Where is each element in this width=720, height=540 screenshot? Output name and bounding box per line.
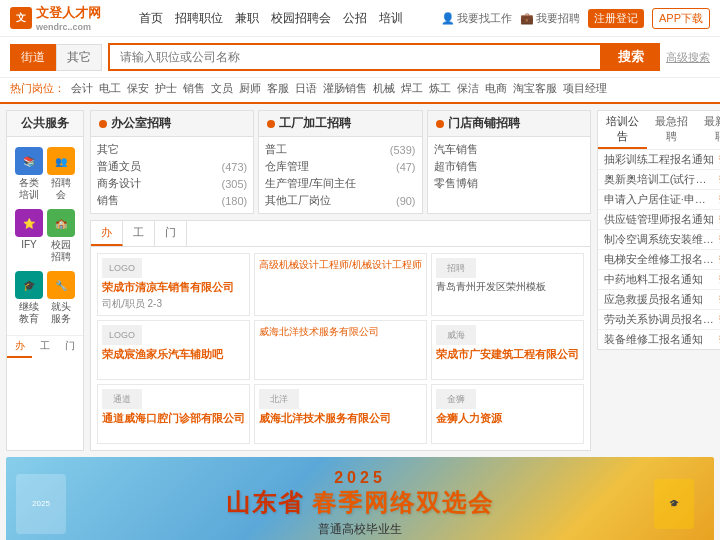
job-name[interactable]: 销售	[97, 193, 119, 208]
hot-tag-5[interactable]: 销售	[183, 81, 205, 96]
tab-latest-jobs[interactable]: 最新招聘	[696, 111, 720, 149]
job-name[interactable]: 零售博销	[434, 176, 478, 191]
listing-card[interactable]: 北洋 威海北洋技术服务有限公司	[254, 384, 427, 444]
logo[interactable]: 文 文登人才网 wendrc..com	[10, 4, 101, 32]
banner-title: 山东省 春季网络双选会	[26, 487, 694, 519]
hot-tag-14[interactable]: 保洁	[457, 81, 479, 96]
listing-card[interactable]: 招聘 青岛青州开发区荣州模板	[431, 253, 584, 316]
training-text[interactable]: 供应链管理师报名通知	[604, 212, 715, 227]
training-text[interactable]: 劳动关系协调员报名通知	[604, 312, 715, 327]
job-name[interactable]: 其他工厂岗位	[265, 193, 331, 208]
listing-grid: LOGO 荣成市清凉车销售有限公司 司机/职员 2-3 高级机械设计工程师/机械…	[91, 247, 590, 450]
training-text[interactable]: 申请入户居住证·申请…	[604, 192, 715, 207]
register-btn[interactable]: 注册登记	[588, 9, 644, 28]
advanced-search-link[interactable]: 高级搜索	[666, 50, 710, 65]
service-icon: 🔧	[47, 271, 75, 299]
ps-item-fair[interactable]: 👥 招聘会	[45, 143, 77, 205]
training-header-tabs: 培训公告 最急招聘 最新招聘	[598, 111, 720, 150]
job-name[interactable]: 普通文员	[97, 159, 141, 174]
ps-item-service[interactable]: 🔧 就头服务	[45, 267, 77, 329]
nav-jobs[interactable]: 招聘职位	[175, 10, 223, 27]
nav-home[interactable]: 首页	[139, 10, 163, 27]
hot-tag-3[interactable]: 保安	[127, 81, 149, 96]
job-name[interactable]: 其它	[97, 142, 119, 157]
nav-public[interactable]: 公招	[343, 10, 367, 27]
ps-label-training: 各类培训	[15, 177, 43, 201]
job-name[interactable]: 汽车销售	[434, 142, 478, 157]
job-name[interactable]: 生产管理/车间主任	[265, 176, 356, 191]
listing-card[interactable]: LOGO 荣成市清凉车销售有限公司 司机/职员 2-3	[97, 253, 250, 316]
hot-tag-17[interactable]: 项目经理	[563, 81, 607, 96]
shop-job-list: 汽车销售 超市销售 零售博销	[428, 137, 590, 196]
training-text[interactable]: 抽彩训练工程报名通知	[604, 152, 715, 167]
cat-shop[interactable]: 门	[58, 336, 83, 358]
training-text[interactable]: 电梯安全维修工报名通知	[604, 252, 715, 267]
ps-item-campus[interactable]: 🏫 校园招聘	[45, 205, 77, 267]
hot-tag-15[interactable]: 电商	[485, 81, 507, 96]
factory-job-list: 普工 (539) 仓库管理 (47) 生产管理/车间主任 其他工厂岗位 (90)	[259, 137, 421, 213]
find-job-btn[interactable]: 👤 我要找工作	[441, 11, 512, 26]
listing-card[interactable]: 高级机械设计工程师/机械设计工程师	[254, 253, 427, 316]
tab-latest-recruit[interactable]: 最急招聘	[647, 111, 696, 149]
hot-tag-13[interactable]: 炼工	[429, 81, 451, 96]
hot-tag-8[interactable]: 客服	[267, 81, 289, 96]
listing-tab-factory[interactable]: 工	[123, 221, 155, 246]
job-name[interactable]: 超市销售	[434, 159, 478, 174]
search-input-wrap: 搜索	[108, 43, 660, 71]
app-btn[interactable]: APP下载	[652, 8, 710, 29]
tab-training-ad[interactable]: 培训公告	[598, 111, 647, 149]
training-item: 奥新奥培训工(试行… 报名	[598, 170, 720, 190]
ps-item-ify[interactable]: ⭐ IFY	[13, 205, 45, 267]
training-text[interactable]: 制冷空调系统安装维修…	[604, 232, 715, 247]
hot-tag-12[interactable]: 焊工	[401, 81, 423, 96]
hot-tag-1[interactable]: 会计	[71, 81, 93, 96]
training-text[interactable]: 中药地料工报名通知	[604, 272, 715, 287]
listing-card[interactable]: 威海 荣成市广安建筑工程有限公司	[431, 320, 584, 380]
training-text[interactable]: 奥新奥培训工(试行…	[604, 172, 715, 187]
listing-card[interactable]: 金狮 金狮人力资源	[431, 384, 584, 444]
training-list: 抽彩训练工程报名通知 报名 奥新奥培训工(试行… 报名 申请入户居住证·申请… …	[598, 150, 720, 349]
training-text[interactable]: 装备维修工报名通知	[604, 332, 715, 347]
ify-icon: ⭐	[15, 209, 43, 237]
hot-tag-11[interactable]: 机械	[373, 81, 395, 96]
training-item: 制冷空调系统安装维修… 报名	[598, 230, 720, 250]
ps-item-training[interactable]: 📚 各类培训	[13, 143, 45, 205]
listing-tab-office[interactable]: 办	[91, 221, 123, 246]
hot-tag-7[interactable]: 厨师	[239, 81, 261, 96]
job-name[interactable]: 仓库管理	[265, 159, 309, 174]
company-jobs: 司机/职员 2-3	[102, 297, 245, 311]
listing-tab-shop[interactable]: 门	[155, 221, 187, 246]
listing-card[interactable]: 通道 通道威海口腔门诊部有限公司	[97, 384, 250, 444]
job-name[interactable]: 普工	[265, 142, 287, 157]
hot-tag-16[interactable]: 淘宝客服	[513, 81, 557, 96]
ps-item-edu[interactable]: 🎓 继续教育	[13, 267, 45, 329]
search-tab-other[interactable]: 其它	[56, 44, 102, 71]
factory-dot	[267, 120, 275, 128]
listing-card[interactable]: LOGO 荣成宸渔家乐汽车辅助吧	[97, 320, 250, 380]
nav-campus[interactable]: 校园招聘会	[271, 10, 331, 27]
listing-card[interactable]: 威海北洋技术服务有限公司	[254, 320, 427, 380]
hot-tag-10[interactable]: 灌肠销售	[323, 81, 367, 96]
category-tabs: 办 工 门	[7, 335, 83, 358]
nav-parttime[interactable]: 兼职	[235, 10, 259, 27]
training-item: 电梯安全维修工报名通知 报名	[598, 250, 720, 270]
search-button[interactable]: 搜索	[602, 43, 660, 71]
hot-tag-4[interactable]: 护士	[155, 81, 177, 96]
job-name[interactable]: 商务设计	[97, 176, 141, 191]
search-input[interactable]	[108, 43, 602, 71]
center-area: 办公室招聘 其它 普通文员 (473) 商务设计 (305)	[90, 110, 591, 451]
company-logo: LOGO	[102, 258, 142, 278]
nav-training[interactable]: 培训	[379, 10, 403, 27]
hot-tag-2[interactable]: 电工	[99, 81, 121, 96]
training-text[interactable]: 应急救援员报名通知	[604, 292, 715, 307]
cat-factory[interactable]: 工	[32, 336, 57, 358]
job-item: 普通文员 (473)	[97, 158, 247, 175]
recruit-btn[interactable]: 💼 我要招聘	[520, 11, 580, 26]
job-item: 汽车销售	[434, 141, 584, 158]
hot-tag-6[interactable]: 文员	[211, 81, 233, 96]
cat-office[interactable]: 办	[7, 336, 32, 358]
hot-tag-9[interactable]: 日语	[295, 81, 317, 96]
job-item: 其他工厂岗位 (90)	[265, 192, 415, 209]
company-name: 荣成市清凉车销售有限公司	[102, 280, 245, 295]
search-tab-street[interactable]: 街道	[10, 44, 56, 71]
